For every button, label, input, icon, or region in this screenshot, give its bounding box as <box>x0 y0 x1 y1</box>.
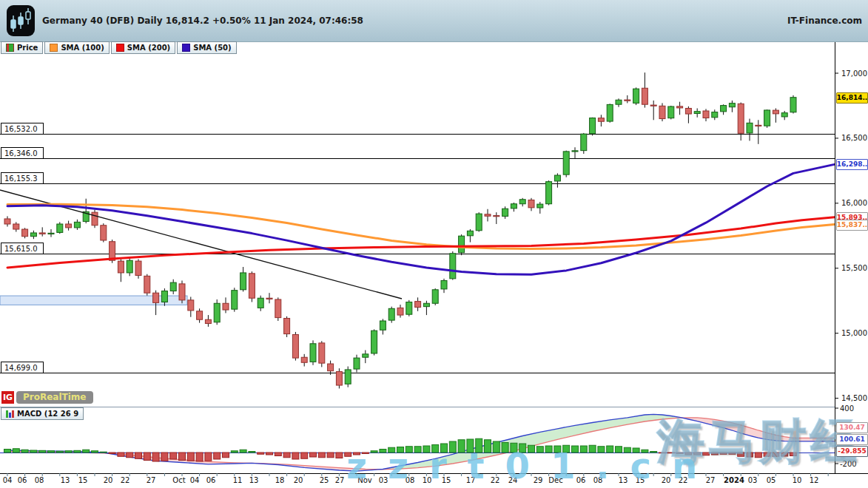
price-level-label: 16,346.0 <box>4 149 38 157</box>
candle <box>13 224 19 229</box>
macd-histogram-bar <box>48 451 55 453</box>
legend-tab-label: Price <box>17 44 38 52</box>
macd-histogram-bar <box>292 453 299 459</box>
candle <box>30 233 36 237</box>
price-level-label: 16,532.0 <box>4 125 38 133</box>
candle <box>118 261 124 273</box>
macd-histogram-bar <box>327 453 334 458</box>
candle <box>764 110 770 126</box>
macd-histogram-bar <box>13 449 19 453</box>
candle <box>336 372 342 385</box>
tab-macd-indicator[interactable]: MACD (12 26 9 <box>1 407 84 420</box>
macd-histogram-bar <box>109 453 115 454</box>
legend-tab-sma-100[interactable]: SMA (100) <box>44 41 109 54</box>
candle <box>729 104 735 107</box>
series-color-swatch <box>50 44 58 52</box>
date-label: 20 <box>104 476 113 484</box>
candle <box>205 319 211 323</box>
macd-histogram-bar <box>336 453 343 458</box>
candle <box>319 343 325 363</box>
macd-histogram-bar <box>249 452 255 453</box>
date-label: 08 <box>35 476 44 484</box>
ig-logo: IG <box>1 391 14 404</box>
candle <box>756 125 761 126</box>
candlestick-app-icon[interactable] <box>7 5 35 36</box>
macd-histogram-bar <box>135 453 142 458</box>
candle <box>188 300 194 311</box>
candle <box>66 224 72 228</box>
date-label: Oct <box>172 476 185 484</box>
date-label: 22 <box>121 476 130 484</box>
candle <box>258 298 263 308</box>
date-label: 2024 <box>724 476 744 484</box>
price-axis-tick-label: 17,000 <box>841 70 867 78</box>
price-axis-tick-label: 15,500 <box>841 264 867 272</box>
candle <box>467 231 473 236</box>
candle <box>284 318 290 333</box>
candle <box>249 274 255 298</box>
candle <box>415 302 421 308</box>
date-label: 18 <box>275 476 285 484</box>
candle <box>170 282 176 291</box>
macd-histogram-bar <box>30 450 37 453</box>
candle <box>694 112 700 114</box>
candle <box>144 276 150 293</box>
legend-tab-sma-50[interactable]: SMA (50) <box>177 41 236 54</box>
prorealtime-logo[interactable]: IG ProRealTime <box>1 391 93 404</box>
candle <box>354 358 360 369</box>
candle <box>773 110 778 114</box>
candle <box>345 370 351 384</box>
candle <box>179 284 185 300</box>
date-label: 13 <box>249 476 259 484</box>
macd-histogram-bar <box>258 453 264 454</box>
candle <box>240 273 246 290</box>
sma-100-line <box>7 204 835 248</box>
date-label: 04 <box>190 476 200 484</box>
candle <box>502 209 508 216</box>
candle <box>642 88 647 104</box>
macd-histogram-bar <box>92 451 98 453</box>
candle <box>721 106 727 112</box>
legend-tab-sma-200[interactable]: SMA (200) <box>111 41 175 54</box>
candle <box>511 204 517 209</box>
candle <box>74 222 80 228</box>
candle <box>625 100 630 101</box>
candle <box>581 134 587 151</box>
date-label: 20 <box>294 476 303 484</box>
candle <box>781 113 787 117</box>
macd-histogram-bar <box>205 453 212 461</box>
candle <box>450 254 456 279</box>
candle <box>677 106 683 108</box>
candle <box>328 364 334 371</box>
date-label: 27 <box>335 476 345 484</box>
candle <box>441 280 447 288</box>
date-label: 13 <box>61 476 70 484</box>
date-label: 27 <box>147 476 156 484</box>
candle <box>572 151 578 152</box>
price-level-label: 15,615.0 <box>4 245 38 253</box>
candle <box>598 118 604 122</box>
candle <box>607 104 613 121</box>
candle <box>301 357 307 362</box>
candle <box>668 106 674 118</box>
legend-tab-price[interactable]: Price <box>1 41 43 54</box>
date-label: 04 <box>3 476 13 484</box>
macd-histogram-bar <box>127 453 133 458</box>
candle <box>57 224 63 232</box>
candle <box>459 236 465 253</box>
macd-tab-label: MACD (12 26 9 <box>17 410 78 418</box>
candle <box>747 123 753 133</box>
macd-histogram-bar <box>275 453 281 456</box>
macd-histogram-bar <box>240 450 246 453</box>
candle <box>135 261 141 275</box>
price-axis-tick-label: 15,000 <box>841 329 867 337</box>
chart-header: Germany 40 (DFB) Daily 16,814.2 +0.50% 1… <box>0 0 868 42</box>
price-axis-tick-label: 16,500 <box>841 134 867 142</box>
candle <box>39 233 45 234</box>
brand-label: IT-Finance.com <box>787 16 862 26</box>
candle <box>633 89 639 103</box>
page-title: Germany 40 (DFB) Daily 16,814.2 +0.50% 1… <box>42 16 363 26</box>
candle <box>406 302 412 314</box>
trading-app-window: Germany 40 (DFB) Daily 16,814.2 +0.50% 1… <box>0 0 868 488</box>
macd-histogram-bar <box>39 450 46 453</box>
